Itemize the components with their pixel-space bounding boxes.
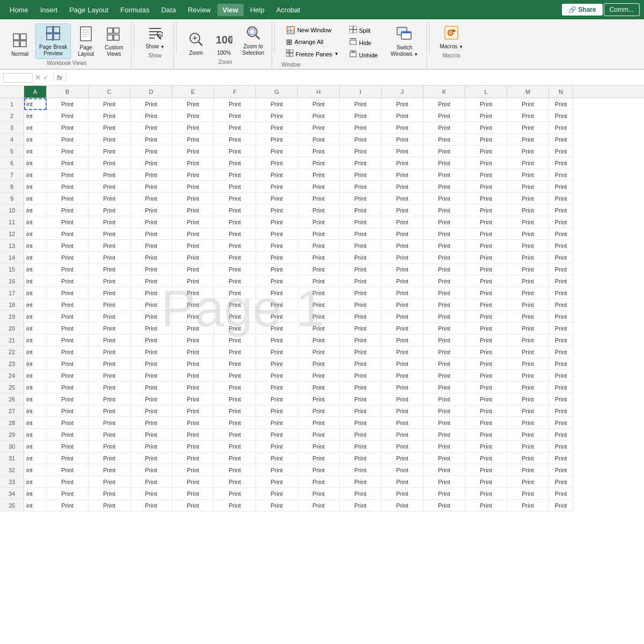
cell-H8[interactable]: Print	[298, 181, 340, 193]
cell-B32[interactable]: Print	[47, 464, 89, 476]
cell-B1[interactable]: Print	[47, 98, 89, 110]
cell-K7[interactable]: Print	[423, 169, 465, 181]
cell-F27[interactable]: Print	[214, 405, 256, 417]
cell-C25[interactable]: Print	[89, 382, 130, 393]
cell-N14[interactable]: Print	[549, 252, 573, 264]
cell-M6[interactable]: Print	[507, 157, 549, 169]
cell-E11[interactable]: Print	[172, 216, 214, 228]
cell-G27[interactable]: Print	[256, 405, 298, 417]
normal-view-button[interactable]: Normal	[6, 31, 33, 59]
cell-I1[interactable]: Print	[340, 98, 382, 110]
col-header-j[interactable]: J	[382, 86, 423, 98]
cell-F35[interactable]: Print	[214, 500, 256, 511]
cell-B26[interactable]: Print	[47, 393, 89, 405]
cell-N22[interactable]: Print	[549, 346, 573, 358]
menu-item-formulas[interactable]: Formulas	[115, 4, 155, 16]
cell-D25[interactable]: Print	[130, 382, 172, 393]
cell-D8[interactable]: Print	[130, 181, 172, 193]
cell-K18[interactable]: Print	[423, 299, 465, 311]
cell-J24[interactable]: Print	[382, 370, 423, 382]
cell-I22[interactable]: Print	[340, 346, 382, 358]
cell-A33[interactable]: int	[24, 476, 47, 488]
cell-I17[interactable]: Print	[340, 287, 382, 299]
cell-D35[interactable]: Print	[130, 500, 172, 511]
cell-N28[interactable]: Print	[549, 417, 573, 429]
cell-C28[interactable]: Print	[89, 417, 130, 429]
cell-E23[interactable]: Print	[172, 358, 214, 370]
cell-L32[interactable]: Print	[465, 464, 507, 476]
cell-N34[interactable]: Print	[549, 488, 573, 500]
new-window-button[interactable]: 🪟 New Window	[283, 25, 342, 35]
cell-I30[interactable]: Print	[340, 441, 382, 452]
cell-K8[interactable]: Print	[423, 181, 465, 193]
row-header-15[interactable]: 15	[0, 264, 24, 275]
cell-J23[interactable]: Print	[382, 358, 423, 370]
cell-M23[interactable]: Print	[507, 358, 549, 370]
cell-B24[interactable]: Print	[47, 370, 89, 382]
cell-D16[interactable]: Print	[130, 275, 172, 287]
cell-K16[interactable]: Print	[423, 275, 465, 287]
cell-D9[interactable]: Print	[130, 193, 172, 204]
cell-D33[interactable]: Print	[130, 476, 172, 488]
cell-B28[interactable]: Print	[47, 417, 89, 429]
cell-H29[interactable]: Print	[298, 429, 340, 441]
cell-B22[interactable]: Print	[47, 346, 89, 358]
cell-E13[interactable]: Print	[172, 240, 214, 252]
cell-B29[interactable]: Print	[47, 429, 89, 441]
cell-H16[interactable]: Print	[298, 275, 340, 287]
cell-N23[interactable]: Print	[549, 358, 573, 370]
cell-F14[interactable]: Print	[214, 252, 256, 264]
cell-D5[interactable]: Print	[130, 145, 172, 157]
row-header-27[interactable]: 27	[0, 405, 24, 417]
cell-D1[interactable]: Print	[130, 98, 172, 110]
cell-L25[interactable]: Print	[465, 382, 507, 393]
cell-I11[interactable]: Print	[340, 216, 382, 228]
cell-C34[interactable]: Print	[89, 488, 130, 500]
cell-E15[interactable]: Print	[172, 264, 214, 275]
col-header-a[interactable]: A	[24, 86, 47, 98]
cell-G22[interactable]: Print	[256, 346, 298, 358]
menu-item-help[interactable]: Help	[245, 4, 270, 16]
row-header-29[interactable]: 29	[0, 429, 24, 441]
cell-M31[interactable]: Print	[507, 452, 549, 464]
cell-reference-input[interactable]	[3, 73, 33, 83]
cell-D21[interactable]: Print	[130, 334, 172, 346]
cell-G28[interactable]: Print	[256, 417, 298, 429]
cell-G2[interactable]: Print	[256, 110, 298, 122]
cell-J33[interactable]: Print	[382, 476, 423, 488]
cell-J5[interactable]: Print	[382, 145, 423, 157]
cell-C17[interactable]: Print	[89, 287, 130, 299]
cell-G20[interactable]: Print	[256, 323, 298, 334]
cell-N19[interactable]: Print	[549, 311, 573, 323]
macros-button[interactable]: ⚙▶ Macros ▼	[436, 24, 466, 52]
row-header-25[interactable]: 25	[0, 382, 24, 393]
cell-G3[interactable]: Print	[256, 122, 298, 134]
cell-J32[interactable]: Print	[382, 464, 423, 476]
cell-C11[interactable]: Print	[89, 216, 130, 228]
cell-I8[interactable]: Print	[340, 181, 382, 193]
cell-D12[interactable]: Print	[130, 228, 172, 240]
col-header-h[interactable]: H	[298, 86, 340, 98]
cell-D6[interactable]: Print	[130, 157, 172, 169]
cell-N25[interactable]: Print	[549, 382, 573, 393]
col-header-n[interactable]: N	[549, 86, 573, 98]
cell-G17[interactable]: Print	[256, 287, 298, 299]
cell-H19[interactable]: Print	[298, 311, 340, 323]
cell-B9[interactable]: Print	[47, 193, 89, 204]
cell-I25[interactable]: Print	[340, 382, 382, 393]
cell-L20[interactable]: Print	[465, 323, 507, 334]
cell-C6[interactable]: Print	[89, 157, 130, 169]
col-header-b[interactable]: B	[47, 86, 89, 98]
cell-L21[interactable]: Print	[465, 334, 507, 346]
cell-K32[interactable]: Print	[423, 464, 465, 476]
cell-I16[interactable]: Print	[340, 275, 382, 287]
cell-A1[interactable]: int	[24, 98, 47, 110]
cell-D15[interactable]: Print	[130, 264, 172, 275]
cell-H1[interactable]: Print	[298, 98, 340, 110]
cell-A19[interactable]: int	[24, 311, 47, 323]
cell-J17[interactable]: Print	[382, 287, 423, 299]
cell-C29[interactable]: Print	[89, 429, 130, 441]
cell-L34[interactable]: Print	[465, 488, 507, 500]
cell-J6[interactable]: Print	[382, 157, 423, 169]
cell-B20[interactable]: Print	[47, 323, 89, 334]
